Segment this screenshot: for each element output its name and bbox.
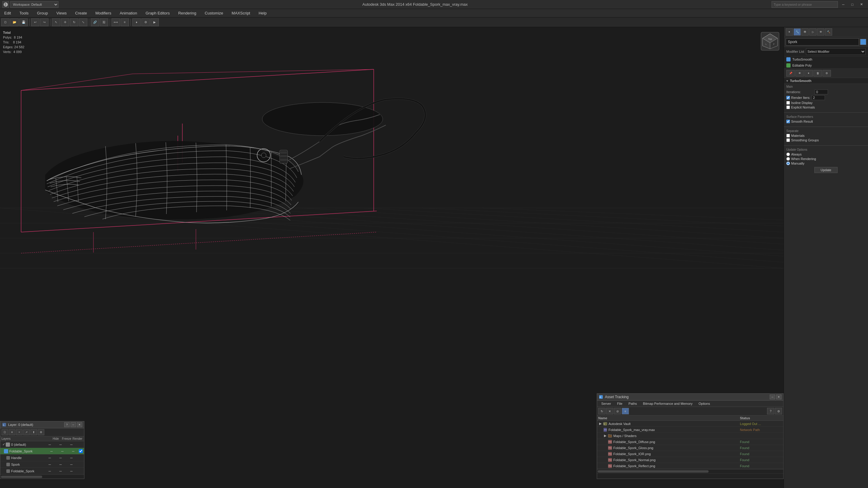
asset-row-maxfile[interactable]: 3DS Foldable_Spork_max_vray.max Network …: [597, 427, 783, 433]
menu-create[interactable]: Create: [71, 10, 91, 17]
asset-menu-paths[interactable]: Paths: [625, 401, 640, 406]
layer-hide-foldable2[interactable]: ─: [44, 469, 55, 473]
layers-select-objects-button[interactable]: ↗: [23, 429, 30, 435]
render-button[interactable]: ▶: [150, 19, 159, 26]
ts-materials-check[interactable]: Materials: [786, 134, 805, 138]
modifier-editable-poly[interactable]: Editable Poly: [784, 62, 868, 68]
layers-scroll-thumb[interactable]: [1, 476, 42, 478]
minimize-button[interactable]: ─: [839, 1, 847, 8]
asset-menu-bitmap[interactable]: Bitmap Performance and Memory: [640, 401, 695, 406]
modify-panel-btn[interactable]: 🔧: [794, 28, 801, 36]
layer-hide-handle[interactable]: ─: [44, 456, 55, 460]
motion-panel-btn[interactable]: ▷: [809, 28, 816, 36]
ts-when-rendering-radio[interactable]: [786, 157, 790, 161]
layers-properties-button[interactable]: ⚙: [38, 429, 44, 435]
update-button[interactable]: Update: [814, 167, 838, 173]
asset-row-ior[interactable]: PNG Foldable_Spork_IOR.png Found: [597, 451, 783, 457]
layers-close-button[interactable]: ✕: [77, 422, 82, 427]
layer-render-spork[interactable]: ─: [66, 463, 77, 466]
asset-close-button[interactable]: ✕: [776, 395, 781, 399]
menu-animation[interactable]: Animation: [116, 10, 141, 17]
asset-help-btn[interactable]: ?: [767, 408, 774, 415]
ts-materials-checkbox[interactable]: [786, 134, 790, 138]
asset-remove-missing-btn[interactable]: ✕: [606, 408, 613, 415]
asset-row-diffuse[interactable]: PNG Foldable_Spork_Diffuse.png Found: [597, 439, 783, 445]
asset-refresh-btn[interactable]: ↻: [598, 408, 606, 415]
layer-freeze-default[interactable]: ─: [55, 443, 66, 447]
save-button[interactable]: 💾: [19, 19, 28, 26]
ts-isoline-checkbox[interactable]: [786, 101, 790, 104]
pin-stack-btn[interactable]: 📌: [786, 70, 795, 77]
asset-settings-btn[interactable]: ⚙: [775, 408, 782, 415]
color-swatch[interactable]: [860, 39, 866, 45]
ts-render-iters-checkbox[interactable]: [786, 96, 790, 99]
asset-menu-server[interactable]: Server: [598, 401, 614, 406]
layer-hide-spork[interactable]: ─: [44, 463, 55, 466]
menu-modifiers[interactable]: Modifiers: [91, 10, 116, 17]
menu-graph-editors[interactable]: Graph Editors: [141, 10, 174, 17]
unlink-button[interactable]: ⛓: [100, 19, 108, 26]
asset-row-vault[interactable]: ▶ V Autodesk Vault Logged Out ...: [597, 421, 783, 427]
make-unique-btn[interactable]: ✦: [804, 70, 813, 77]
ts-iterations-input[interactable]: 0: [815, 90, 828, 94]
app-icon-button[interactable]: 3: [2, 1, 9, 8]
ts-explicit-check[interactable]: Explicit Normals: [786, 105, 815, 109]
display-panel-btn[interactable]: 👁: [817, 28, 824, 36]
asset-strip-paths-btn[interactable]: ⊘: [614, 408, 621, 415]
ts-always-radio-label[interactable]: Always: [786, 153, 802, 156]
asset-row-gloss[interactable]: PNG Foldable_Spork_Gloss.png Found: [597, 445, 783, 451]
utilities-panel-btn[interactable]: 🔨: [825, 28, 832, 36]
ts-smoothing-groups-check[interactable]: Smoothing Groups: [786, 139, 819, 142]
layer-freeze-spork[interactable]: ─: [55, 463, 66, 466]
asset-row-reflect[interactable]: PNG Foldable_Spork_Reflect.png Found: [597, 463, 783, 469]
ts-explicit-checkbox[interactable]: [786, 105, 790, 109]
rotate-button[interactable]: ↻: [70, 19, 79, 26]
mirror-button[interactable]: ⟺: [112, 19, 120, 26]
asset-menu-options[interactable]: Options: [695, 401, 713, 406]
modifier-dropdown[interactable]: Select Modifier: [806, 48, 866, 55]
menu-customize[interactable]: Customize: [200, 10, 227, 17]
asset-view-list-btn[interactable]: ≡: [622, 408, 629, 415]
maximize-button[interactable]: □: [848, 1, 857, 8]
search-input[interactable]: [772, 1, 838, 8]
layer-freeze-foldable2[interactable]: ─: [55, 469, 66, 473]
layer-row-spork[interactable]: Spork ─ ─ ─: [0, 461, 84, 468]
layer-render-foldable[interactable]: ─: [68, 450, 79, 453]
asset-row-maps[interactable]: ▶ Maps / Shaders: [597, 433, 783, 439]
layer-row-foldable-spork[interactable]: Foldable_Spork ─ ─ ─: [0, 448, 84, 455]
ts-smooth-result-check[interactable]: Smooth Result: [786, 120, 813, 123]
layer-row-handle[interactable]: Handle ─ ─ ─: [0, 455, 84, 461]
layers-help-button[interactable]: ?: [64, 422, 70, 427]
scale-button[interactable]: ⤡: [79, 19, 87, 26]
layer-render-handle[interactable]: ─: [66, 456, 77, 460]
layer-render-default[interactable]: ─: [66, 443, 77, 447]
ts-smoothing-groups-checkbox[interactable]: [786, 139, 790, 142]
menu-maxscript[interactable]: MAXScript: [227, 10, 254, 17]
undo-button[interactable]: ↩: [31, 19, 39, 26]
layer-row-default[interactable]: ✓ 0 (default) ─ ─ ─: [0, 441, 84, 448]
asset-scroll-thumb[interactable]: [598, 470, 709, 472]
close-button[interactable]: ✕: [857, 1, 866, 8]
configure-modifier-sets-btn[interactable]: ⚙: [823, 70, 831, 77]
menu-group[interactable]: Group: [33, 10, 52, 17]
asset-menu-file[interactable]: File: [614, 401, 625, 406]
layer-hide-foldable[interactable]: ─: [46, 450, 57, 453]
select-button[interactable]: ↖: [52, 19, 60, 26]
menu-edit[interactable]: Edit: [0, 10, 15, 17]
material-editor-button[interactable]: ♦: [132, 19, 141, 26]
new-button[interactable]: 🗋: [1, 19, 10, 26]
asset-minimize-button[interactable]: ─: [770, 395, 775, 399]
asset-row-normal[interactable]: PNG Foldable_Spork_Normal.png Found: [597, 457, 783, 463]
show-end-result-btn[interactable]: 👁: [795, 70, 804, 77]
asset-scrollbar[interactable]: [597, 469, 783, 473]
ts-manually-radio[interactable]: [786, 161, 790, 165]
layer-freeze-handle[interactable]: ─: [55, 456, 66, 460]
layer-render-foldable2[interactable]: ─: [66, 469, 77, 473]
layers-minimize-button[interactable]: ─: [70, 422, 76, 427]
hierarchy-panel-btn[interactable]: ⛃: [801, 28, 809, 36]
workspace-dropdown[interactable]: Workspace: Default: [10, 1, 59, 8]
ts-isoline-check[interactable]: Isoline Display: [786, 101, 812, 104]
open-button[interactable]: 📂: [10, 19, 19, 26]
ts-smooth-result-checkbox[interactable]: [786, 120, 790, 123]
render-setup-button[interactable]: ⚙: [141, 19, 150, 26]
